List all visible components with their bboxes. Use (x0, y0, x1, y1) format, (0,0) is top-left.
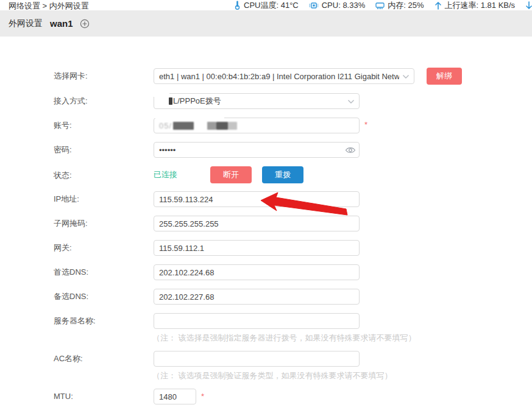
status-item-memory: 内存: 25% (375, 0, 424, 11)
password-label: 密码: (54, 142, 72, 158)
access-mode-select[interactable]: L/PPPoE拨号 (154, 93, 360, 109)
arrow-up-icon (434, 1, 442, 10)
blur-overlay (152, 113, 224, 118)
nic-select[interactable]: eth1 | wan1 | 00:e0:b4:1b:2b:a9 | Intel … (154, 68, 414, 84)
status-item-cpu-temp: CPU温度: 41°C (234, 0, 299, 11)
status-item-cpu: CPU: 8.33% (309, 1, 366, 10)
access-mode-label: 接入方式: (54, 93, 88, 109)
cpu-icon (309, 1, 319, 10)
required-asterisk: * (364, 120, 367, 129)
status-item-label: CPU温度: 41°C (244, 0, 299, 11)
ac-name-input[interactable] (154, 351, 360, 367)
netmask-label: 子网掩码: (54, 216, 88, 231)
plus-circle-icon (80, 19, 90, 29)
redaction-artifact (169, 97, 172, 105)
primary-dns-input[interactable] (154, 264, 360, 280)
eye-icon[interactable] (345, 146, 356, 157)
disconnect-button[interactable]: 断开 (210, 166, 252, 183)
status-item-label: 上行速率: 1.81 KB/s (445, 0, 516, 11)
app-root: 网络设置 > 内外网设置 CPU温度: 41°C CPU: 8.33% (0, 0, 532, 413)
status-item-upload: 上行速率: 1.81 KB/s (434, 0, 516, 11)
nic-select-value: eth1 | wan1 | 00:e0:b4:1b:2b:a9 | Intel … (159, 72, 399, 81)
chevron-down-icon (402, 74, 410, 79)
mtu-input[interactable] (154, 389, 196, 404)
backup-dns-label: 备选DNS: (54, 289, 88, 305)
access-mode-value: L/PPPoE拨号 (173, 96, 344, 107)
netmask-input[interactable] (154, 216, 360, 231)
server-name-input[interactable] (154, 313, 360, 329)
arrow-down-icon (525, 1, 532, 10)
account-input[interactable]: 05/ (154, 118, 360, 133)
status-item-label: 内存: 25% (388, 0, 424, 11)
account-label: 账号: (54, 118, 72, 133)
blur-overlay (152, 90, 169, 97)
status-label: 状态: (54, 167, 72, 184)
connection-status: 已连接 (154, 166, 177, 183)
section-header: 外网设置 wan1 (0, 10, 532, 37)
gateway-label: 网关: (54, 240, 72, 256)
mtu-label: MTU: (54, 389, 73, 404)
interface-name: wan1 (50, 18, 73, 29)
redacted-account-value: 05/ (159, 118, 354, 133)
memory-icon (375, 1, 385, 10)
password-input[interactable] (154, 142, 360, 158)
ip-label: IP地址: (54, 191, 79, 207)
server-name-note: （注： 该选择是强制指定服务器进行拨号，如果没有特殊要求请不要填写） (152, 333, 416, 344)
backup-dns-input[interactable] (154, 289, 360, 305)
required-asterisk: * (201, 392, 204, 401)
server-name-label: 服务器名称: (54, 313, 96, 329)
ac-name-label: AC名称: (54, 351, 83, 367)
chevron-down-icon (347, 99, 355, 104)
ip-input[interactable] (154, 191, 360, 207)
unbind-button[interactable]: 解绑 (427, 68, 462, 85)
add-wan-button[interactable] (80, 19, 90, 29)
nic-label: 选择网卡: (54, 68, 88, 84)
thermometer-icon (234, 1, 241, 10)
status-item-label: CPU: 8.33% (322, 1, 366, 10)
status-bar: CPU温度: 41°C CPU: 8.33% 内存: 25% (234, 0, 532, 10)
top-bar: 网络设置 > 内外网设置 CPU温度: 41°C CPU: 8.33% (0, 0, 532, 10)
redial-button[interactable]: 重拨 (262, 166, 303, 183)
ac-name-note: （注： 该选项是强制验证服务类型，如果没有特殊要求请不要填写） (152, 370, 392, 381)
gateway-input[interactable] (154, 240, 360, 256)
primary-dns-label: 首选DNS: (54, 264, 88, 280)
status-item-download: 下行 (525, 0, 532, 11)
page-title: 外网设置 (9, 18, 43, 29)
